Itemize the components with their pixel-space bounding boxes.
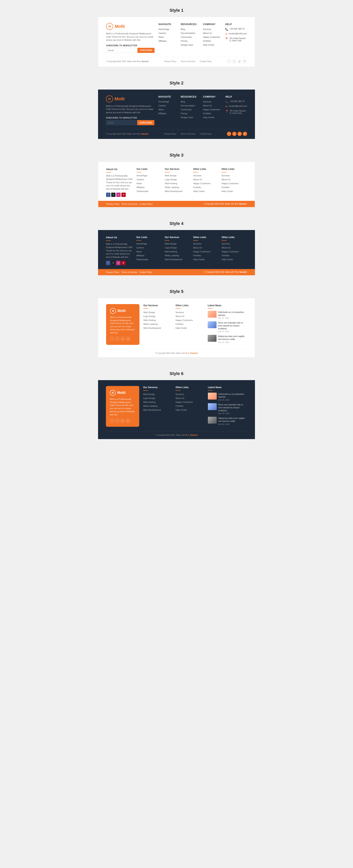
our-link-s4[interactable]: Testimonials (136, 258, 148, 260)
nav-link[interactable]: HomePage (158, 28, 169, 30)
service-link[interactable]: Web Design (165, 175, 177, 177)
nav-link-s2[interactable]: Careers (158, 104, 166, 107)
other-link-2-s4[interactable]: Happy Customers (222, 250, 239, 253)
company-link[interactable]: Help Center (203, 44, 214, 46)
service-link[interactable]: Logo Design (165, 178, 177, 181)
other-link-s6[interactable]: Help Center (176, 409, 187, 411)
service-link-s4[interactable]: White Labeling (165, 254, 179, 257)
resource-link-s2[interactable]: Design Case (181, 116, 193, 119)
company-link-s2[interactable]: Services (203, 100, 211, 103)
terms-link[interactable]: Terms of Service (181, 60, 195, 62)
subscribe-btn-s2[interactable]: SUBSCRIBE (137, 120, 154, 125)
nav-link[interactable]: Affiliates (158, 40, 167, 42)
service-link-s6[interactable]: Logo Design (143, 397, 155, 399)
company-link[interactable]: Portfolio (203, 40, 211, 42)
fb-icon[interactable]: f (106, 193, 110, 197)
facebook-icon-s2[interactable]: f (227, 132, 231, 136)
other-link-2[interactable]: Services (222, 175, 230, 177)
service-link-s5[interactable]: Web Development (143, 327, 161, 329)
tw-icon-s5[interactable]: 𝕏 (115, 337, 120, 341)
other-link-s5[interactable]: Services (176, 311, 184, 313)
company-link[interactable]: About Us (203, 32, 212, 34)
terms-link-s3[interactable]: Terms of Service (121, 203, 138, 205)
pi-icon[interactable]: ⊕ (121, 193, 126, 197)
service-link[interactable]: White Labeling (165, 186, 179, 188)
company-link-s2[interactable]: Portfolio (203, 112, 211, 115)
other-link-2-s4[interactable]: Portfolio (222, 254, 230, 257)
service-link-s5[interactable]: White Labeling (143, 323, 158, 325)
other-link[interactable]: Portfolio (193, 186, 201, 188)
other-link-s5[interactable]: Happy Customers (176, 319, 193, 321)
tw-icon-s4[interactable]: 𝕏 (111, 261, 115, 265)
company-link[interactable]: Happy Customers (203, 36, 220, 38)
resource-link[interactable]: Pricing (181, 40, 187, 42)
other-link-s4[interactable]: Services (193, 243, 201, 245)
resource-link-s2[interactable]: Blog (181, 100, 185, 103)
other-link-2[interactable]: Portfolio (222, 186, 230, 188)
service-link-s6[interactable]: Web Design (143, 393, 155, 395)
email-input-s2[interactable] (106, 120, 137, 125)
company-link[interactable]: Services (203, 28, 211, 30)
ig-icon-s6[interactable]: ◎ (120, 418, 125, 423)
other-link[interactable]: Happy Customers (193, 182, 210, 185)
privacy-link-s2[interactable]: Privacy Policy (164, 133, 176, 135)
nav-link[interactable]: News (158, 36, 164, 38)
service-link-s6[interactable]: Web Development (143, 409, 161, 411)
nav-link-s2[interactable]: News (158, 108, 164, 111)
other-link-s4[interactable]: Happy Customers (193, 250, 210, 253)
other-link-s5[interactable]: Portfolio (176, 323, 183, 325)
other-link-s6[interactable]: Happy Customers (176, 401, 193, 403)
other-link-2-s4[interactable]: About Us (222, 247, 230, 249)
nav-link[interactable]: Careers (158, 32, 166, 34)
other-link[interactable]: Help Center (193, 190, 205, 192)
resource-link[interactable]: Documentation (181, 32, 195, 34)
resource-link[interactable]: Blog (181, 28, 185, 30)
other-link-s5[interactable]: Help Center (176, 327, 187, 329)
fb-icon-s5[interactable]: f (110, 337, 114, 341)
terms-link-s2[interactable]: Terms of Service (181, 133, 195, 135)
our-link[interactable]: HomePage (137, 175, 147, 177)
other-link-s6[interactable]: Portfolio (176, 405, 183, 407)
service-link-s4[interactable]: Web Design (165, 243, 177, 245)
our-link-s4[interactable]: Careers (136, 247, 144, 249)
cookie-link-s2[interactable]: Cookie Policy (200, 133, 212, 135)
service-link[interactable]: Web Hosting (165, 182, 177, 185)
nav-link-s2[interactable]: Affiliates (158, 112, 166, 115)
tw-icon-s6[interactable]: 𝕏 (115, 418, 119, 423)
other-link-s6[interactable]: Services (176, 393, 184, 395)
service-link-s4[interactable]: Logo Design (165, 247, 177, 249)
service-link-s5[interactable]: Logo Design (143, 315, 155, 317)
our-link[interactable]: Careers (137, 178, 144, 181)
terms-link-s4[interactable]: Terms of Service (121, 271, 137, 273)
other-link-2-s4[interactable]: Help Center (222, 258, 233, 260)
service-link[interactable]: Web Development (165, 190, 183, 192)
privacy-link[interactable]: Privacy Policy (164, 60, 176, 62)
our-link[interactable]: Testimonials (137, 190, 148, 192)
other-link-2-s4[interactable]: Services (222, 243, 230, 245)
service-link-s6[interactable]: Web Hosting (143, 401, 155, 403)
pi-icon-s4[interactable]: ⊕ (121, 261, 125, 265)
our-link[interactable]: News (137, 182, 142, 185)
pi-icon-s6[interactable]: ⊕ (126, 418, 130, 423)
service-link-s4[interactable]: Web Hosting (165, 250, 177, 253)
our-link[interactable]: Affiliates (137, 186, 145, 188)
privacy-link-s3[interactable]: Privacy Policy (106, 203, 119, 205)
other-link-2[interactable]: About Us (222, 178, 230, 181)
company-link-s2[interactable]: About Us (203, 104, 212, 107)
subscribe-button[interactable]: SUBSCRIBE (138, 48, 154, 53)
tw-icon[interactable]: 𝕏 (111, 193, 116, 197)
other-link[interactable]: About Us (193, 178, 202, 181)
cookie-link-s3[interactable]: Cookie Policy (140, 203, 153, 205)
cookie-link[interactable]: Cookie Policy (200, 60, 212, 62)
service-link-s5[interactable]: Web Design (143, 311, 155, 313)
service-link-s6[interactable]: White Labeling (143, 405, 157, 407)
email-input[interactable] (106, 48, 138, 53)
other-link-2[interactable]: Happy Customers (222, 182, 239, 185)
cookie-link-s4[interactable]: Cookie Policy (139, 271, 152, 273)
twitter-icon-s2[interactable]: 𝕏 (232, 132, 236, 136)
our-link-s4[interactable]: HomePage (136, 243, 147, 245)
our-link-s4[interactable]: News (136, 250, 142, 253)
instagram-icon-s2[interactable]: ◎ (237, 132, 242, 136)
resource-link[interactable]: Design Case (181, 44, 193, 46)
ig-icon-s4[interactable]: ◎ (116, 261, 120, 265)
